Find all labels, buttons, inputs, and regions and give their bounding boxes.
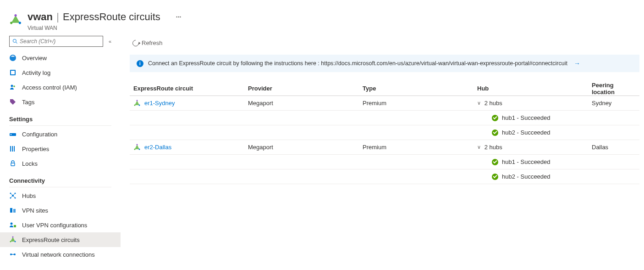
vnet-connections-icon xyxy=(9,251,17,258)
chevron-down-icon: ∨ xyxy=(477,100,481,106)
hub-subrow: hub1 - Succeeded xyxy=(130,111,639,125)
hub-subrow: hub1 - Succeeded xyxy=(130,155,639,169)
svg-point-24 xyxy=(12,236,14,238)
svg-rect-13 xyxy=(14,146,15,152)
sidebar-item-vpn-sites[interactable]: VPN sites xyxy=(0,203,121,218)
sidebar-search[interactable] xyxy=(9,36,103,47)
locks-icon xyxy=(9,160,17,167)
sidebar: « Overview Activity log xyxy=(0,36,121,270)
cell-hub-summary[interactable]: ∨ 2 hubs xyxy=(477,100,592,107)
cell-peering: Sydney xyxy=(592,100,636,107)
search-input[interactable] xyxy=(20,38,100,45)
svg-point-0 xyxy=(14,14,17,17)
svg-point-25 xyxy=(15,241,16,242)
sidebar-item-activity-log[interactable]: Activity log xyxy=(0,65,121,80)
sidebar-item-tags[interactable]: Tags xyxy=(0,95,121,109)
info-banner[interactable]: i Connect an ExpressRoute circuit by fol… xyxy=(130,55,639,72)
tags-icon xyxy=(9,98,17,106)
activity-log-icon xyxy=(9,69,17,76)
svg-point-34 xyxy=(134,148,136,150)
page-header: vwan | ExpressRoute circuits ··· Virtual… xyxy=(0,0,644,36)
table-row[interactable]: er1-Sydney Megaport Premium ∨ 2 hubs Syd… xyxy=(130,96,639,111)
status-success-icon xyxy=(492,129,498,136)
configuration-icon xyxy=(9,130,17,138)
sidebar-section-connectivity: Connectivity xyxy=(0,171,121,186)
sidebar-item-overview[interactable]: Overview xyxy=(0,51,121,65)
hub-subrow: hub2 - Succeeded xyxy=(130,169,639,184)
page-title: vwan | ExpressRoute circuits ··· xyxy=(28,11,183,23)
col-circuit[interactable]: ExpressRoute circuit xyxy=(133,85,248,92)
svg-rect-6 xyxy=(11,71,15,74)
svg-rect-21 xyxy=(13,209,16,213)
info-banner-text: Connect an ExpressRoute circuit by follo… xyxy=(148,60,567,67)
cell-type: Premium xyxy=(363,100,477,107)
hubs-icon xyxy=(9,192,17,199)
info-icon: i xyxy=(137,60,143,67)
resource-name: vwan xyxy=(28,11,53,22)
cell-provider: Megaport xyxy=(248,100,363,107)
expressroute-icon xyxy=(133,144,141,151)
sidebar-item-properties[interactable]: Properties xyxy=(0,141,121,156)
hub-subrow: hub2 - Succeeded xyxy=(130,125,639,140)
col-hub[interactable]: Hub xyxy=(477,85,592,92)
vpn-sites-icon xyxy=(9,207,17,214)
sidebar-item-locks[interactable]: Locks xyxy=(0,156,121,171)
col-provider[interactable]: Provider xyxy=(248,85,363,92)
svg-rect-10 xyxy=(11,134,11,135)
svg-line-4 xyxy=(16,42,17,44)
toolbar: Refresh xyxy=(130,36,639,55)
circuit-link[interactable]: er2-Dallas xyxy=(144,144,171,151)
svg-point-1 xyxy=(19,22,21,24)
table-row[interactable]: er2-Dallas Megaport Premium ∨ 2 hubs Dal… xyxy=(130,140,639,155)
more-actions-button[interactable]: ··· xyxy=(174,11,183,23)
svg-point-32 xyxy=(137,144,138,145)
search-icon xyxy=(12,39,18,44)
sidebar-item-user-vpn[interactable]: User VPN configurations xyxy=(0,218,121,232)
status-success-icon xyxy=(492,174,498,180)
sidebar-item-iam[interactable]: Access control (IAM) xyxy=(0,80,121,95)
blade-title: ExpressRoute circuits xyxy=(63,11,160,22)
overview-icon xyxy=(9,54,17,62)
expressroute-icon xyxy=(9,14,22,27)
col-peering[interactable]: Peering location xyxy=(592,82,636,96)
svg-point-7 xyxy=(11,85,13,87)
status-success-icon xyxy=(492,159,498,165)
svg-point-29 xyxy=(137,100,138,101)
svg-rect-23 xyxy=(14,225,16,227)
svg-rect-12 xyxy=(12,146,13,152)
cell-peering: Dallas xyxy=(592,144,636,151)
sidebar-section-settings: Settings xyxy=(0,109,121,124)
sidebar-item-hubs[interactable]: Hubs xyxy=(0,188,121,203)
properties-icon xyxy=(9,145,17,152)
collapse-sidebar-button[interactable]: « xyxy=(107,37,113,46)
sidebar-item-label: Properties xyxy=(22,146,49,152)
sidebar-item-vnet-connections[interactable]: Virtual network connections xyxy=(0,247,121,262)
svg-point-8 xyxy=(13,86,15,88)
circuit-link[interactable]: er1-Sydney xyxy=(144,100,175,107)
sidebar-item-label: VPN sites xyxy=(22,207,48,214)
iam-icon xyxy=(9,84,17,91)
sidebar-item-label: Hubs xyxy=(22,192,36,199)
svg-point-2 xyxy=(10,22,12,24)
main-content: Refresh i Connect an ExpressRoute circui… xyxy=(121,36,644,270)
svg-rect-14 xyxy=(11,163,15,166)
sidebar-item-expressroute[interactable]: ExpressRoute circuits xyxy=(0,232,121,247)
chevron-down-icon: ∨ xyxy=(477,144,481,150)
sidebar-item-label: Virtual network connections xyxy=(22,251,95,258)
svg-rect-11 xyxy=(10,146,11,152)
svg-point-31 xyxy=(134,104,136,106)
sidebar-item-label: Locks xyxy=(22,160,38,167)
expressroute-icon xyxy=(133,100,141,107)
refresh-button[interactable]: Refresh xyxy=(130,38,165,48)
sidebar-item-label: Activity log xyxy=(22,69,50,76)
refresh-label: Refresh xyxy=(142,39,163,46)
col-type[interactable]: Type xyxy=(363,85,477,92)
table-header-row: ExpressRoute circuit Provider Type Hub P… xyxy=(130,81,639,96)
svg-point-33 xyxy=(139,148,140,150)
svg-point-22 xyxy=(11,223,13,225)
sidebar-item-label: ExpressRoute circuits xyxy=(22,236,80,243)
expressroute-icon xyxy=(9,236,17,243)
sidebar-item-configuration[interactable]: Configuration xyxy=(0,127,121,141)
sidebar-item-label: Configuration xyxy=(22,131,57,138)
cell-hub-summary[interactable]: ∨ 2 hubs xyxy=(477,144,592,151)
